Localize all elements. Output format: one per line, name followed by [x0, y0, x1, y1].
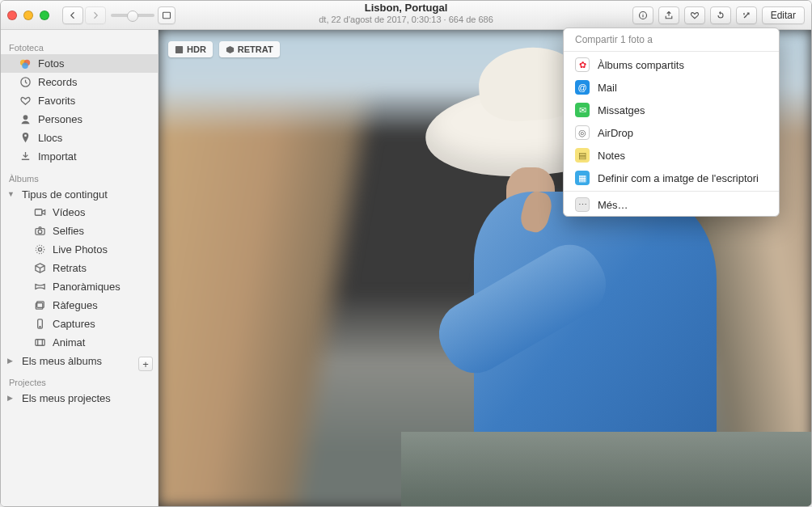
- close-window-button[interactable]: [7, 11, 17, 20]
- sidebar-item-label: Retrats: [53, 262, 87, 274]
- clock-icon: [19, 76, 32, 89]
- sidebar-item-animated[interactable]: Animat: [1, 333, 158, 352]
- menu-separator: [564, 51, 779, 52]
- forward-button[interactable]: [85, 6, 106, 24]
- sidebar-item-people[interactable]: Persones: [1, 110, 158, 129]
- video-icon: [33, 206, 46, 219]
- import-icon: [19, 150, 32, 163]
- rotate-button[interactable]: [710, 6, 731, 24]
- sidebar-item-label: Live Photos: [53, 243, 108, 256]
- favorite-button[interactable]: [684, 6, 705, 24]
- zoom-grid-icon[interactable]: [158, 6, 176, 24]
- sidebar-item-label: Tipus de contingut: [22, 188, 108, 201]
- zoom-control[interactable]: [111, 6, 176, 24]
- app-icon: ▤: [575, 148, 590, 163]
- svg-rect-18: [176, 45, 183, 53]
- edit-button[interactable]: Editar: [762, 6, 805, 24]
- disclosure-triangle-icon[interactable]: ▶: [7, 394, 15, 402]
- app-icon: ✿: [575, 57, 590, 72]
- sidebar-item-label: Els meus projectes: [22, 392, 111, 404]
- share-menu-item[interactable]: ▤Notes: [564, 144, 779, 167]
- sidebar-item-label: Captures: [53, 318, 95, 330]
- portrait-badge: RETRAT: [219, 41, 280, 57]
- info-button[interactable]: [632, 6, 653, 24]
- cube-icon: [33, 262, 46, 275]
- share-menu-item[interactable]: ✿Àlbums compartits: [564, 53, 779, 76]
- cube-icon: [226, 45, 235, 54]
- app-icon: ▦: [575, 171, 590, 185]
- fullscreen-window-button[interactable]: [40, 11, 49, 20]
- svg-point-16: [39, 327, 40, 327]
- photos-icon: [19, 57, 32, 70]
- photo-badges: HDR RETRAT: [168, 41, 280, 57]
- sidebar-item-livephotos[interactable]: Live Photos: [1, 240, 158, 259]
- hdr-icon: [175, 45, 184, 54]
- share-menu-item-label: Notes: [598, 150, 625, 162]
- animated-icon: [33, 336, 46, 349]
- minimize-window-button[interactable]: [23, 11, 33, 20]
- add-album-button[interactable]: +: [138, 357, 153, 371]
- device-icon: [33, 318, 46, 331]
- svg-point-12: [36, 245, 44, 253]
- sidebar-item-places[interactable]: Llocs: [1, 129, 158, 147]
- sidebar-item-label: Records: [38, 76, 77, 88]
- sidebar-item-panoramas[interactable]: Panoràmiques: [1, 277, 158, 296]
- sidebar-item-label: Selfies: [53, 225, 84, 237]
- share-menu-item[interactable]: ▦Definir com a imatge de l'escriptori: [564, 167, 779, 189]
- share-menu-item-label: Missatges: [598, 104, 645, 116]
- camera-icon: [33, 225, 46, 238]
- share-menu-item[interactable]: ◎AirDrop: [564, 121, 779, 144]
- sidebar-item-photos[interactable]: Fotos: [1, 54, 158, 73]
- svg-point-6: [23, 115, 27, 120]
- sidebar-item-content-type[interactable]: ▼ Tipus de contingut: [1, 185, 158, 203]
- sidebar-item-label: Persones: [38, 113, 82, 125]
- sidebar: Fototeca Fotos Records Favorits Persones…: [1, 30, 159, 506]
- sidebar-item-videos[interactable]: Vídeos: [1, 203, 158, 222]
- livephoto-icon: [33, 243, 46, 256]
- sidebar-item-portraits[interactable]: Retrats: [1, 259, 158, 277]
- sidebar-item-favorites[interactable]: Favorits: [1, 91, 158, 110]
- back-button[interactable]: [62, 6, 83, 24]
- sidebar-item-bursts[interactable]: Ràfegues: [1, 296, 158, 315]
- share-menu-item[interactable]: @Mail: [564, 76, 779, 99]
- title-block: Lisbon, Portugal dt, 22 d'agost de 2017,…: [319, 2, 493, 25]
- svg-point-10: [38, 230, 42, 234]
- sidebar-item-label: Els meus àlbums: [22, 355, 102, 367]
- share-menu-more[interactable]: ⋯ Més…: [564, 193, 779, 216]
- sidebar-item-label: Favorits: [38, 95, 75, 107]
- app-icon: @: [575, 80, 590, 95]
- sidebar-item-my-projects[interactable]: ▶ Els meus projectes: [1, 389, 158, 407]
- menu-separator: [564, 191, 779, 192]
- zoom-slider[interactable]: [111, 14, 154, 17]
- stack-icon: [33, 299, 46, 312]
- sidebar-item-selfies[interactable]: Selfies: [1, 222, 158, 240]
- app-window: Lisbon, Portugal dt, 22 d'agost de 2017,…: [0, 0, 812, 507]
- photo-title: Lisbon, Portugal: [319, 2, 493, 15]
- disclosure-triangle-icon[interactable]: ▶: [7, 357, 15, 365]
- sidebar-section-library: Fototeca: [1, 38, 158, 54]
- share-button[interactable]: [658, 6, 679, 24]
- sidebar-item-label: Vídeos: [53, 206, 85, 218]
- share-menu-item[interactable]: ✉Missatges: [564, 99, 779, 121]
- share-menu-item-label: Definir com a imatge de l'escriptori: [598, 172, 759, 184]
- titlebar: Lisbon, Portugal dt, 22 d'agost de 2017,…: [1, 1, 811, 30]
- share-menu-item-label: AirDrop: [598, 127, 633, 139]
- svg-rect-17: [35, 340, 44, 346]
- sidebar-item-imports[interactable]: Importat: [1, 147, 158, 166]
- sidebar-item-memories[interactable]: Records: [1, 73, 158, 91]
- svg-point-4: [22, 63, 28, 70]
- sidebar-item-my-albums[interactable]: ▶ Els meus àlbums +: [1, 352, 158, 370]
- sidebar-item-label: Animat: [53, 336, 85, 349]
- app-icon: ✉: [575, 103, 590, 117]
- sidebar-item-label: Ràfegues: [53, 299, 98, 311]
- app-icon: ◎: [575, 125, 590, 140]
- sidebar-item-screenshots[interactable]: Captures: [1, 315, 158, 333]
- disclosure-triangle-icon[interactable]: ▼: [7, 190, 15, 198]
- auto-enhance-button[interactable]: [736, 6, 757, 24]
- svg-point-7: [24, 134, 27, 137]
- share-menu: Compartir 1 foto a ✿Àlbums compartits@Ma…: [563, 27, 780, 217]
- sidebar-item-label: Llocs: [38, 132, 62, 144]
- hdr-badge: HDR: [168, 41, 213, 57]
- panorama-icon: [33, 281, 46, 294]
- svg-rect-8: [35, 209, 41, 216]
